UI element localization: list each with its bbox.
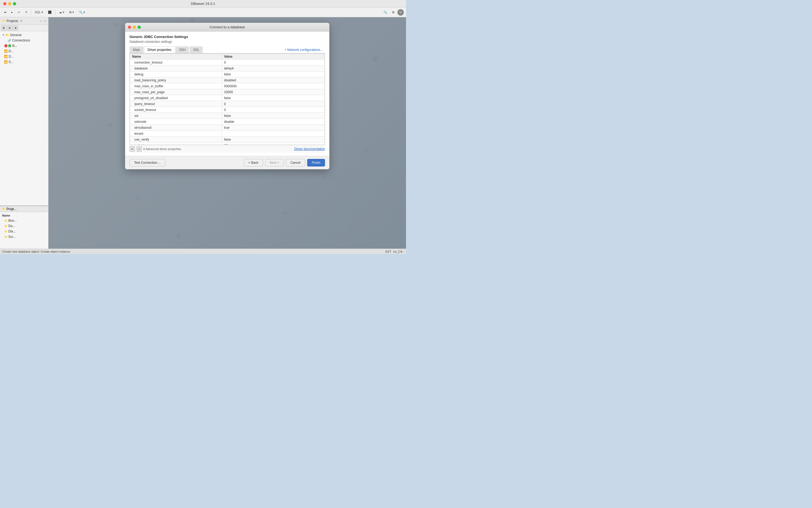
add-property-btn[interactable]: +: [130, 146, 135, 152]
prop-value-cell[interactable]: disabled: [222, 77, 325, 83]
table-row[interactable]: load_balancing_policydisabled: [130, 77, 325, 83]
dialog-close-btn[interactable]: [128, 26, 131, 29]
dialog-min-btn[interactable]: [133, 26, 136, 29]
table-row[interactable]: tenant: [130, 131, 325, 136]
toolbar-back[interactable]: ⬅: [2, 9, 8, 15]
maximize-button[interactable]: [13, 2, 16, 5]
table-row[interactable]: sslfalse: [130, 113, 325, 119]
prop-name-cell: tenant: [130, 131, 222, 136]
sidebar-close-icon[interactable]: ✕: [20, 19, 22, 23]
toolbar-grid[interactable]: ⊞ ▾: [67, 9, 76, 15]
table-row[interactable]: presigned_url_disabledfalse: [130, 95, 325, 101]
prop-value-cell[interactable]: 0: [222, 59, 325, 66]
close-button[interactable]: [3, 2, 6, 5]
driver-doc-link[interactable]: Driver documentation: [294, 147, 325, 151]
table-row[interactable]: sslmodedisable: [130, 119, 325, 125]
toolbar-stop[interactable]: ✕: [23, 9, 29, 15]
modal-overlay: Connect to a database Generic JDBC Conne…: [48, 17, 406, 249]
connections-icon: 🔗: [7, 39, 11, 42]
dialog-header: Connect to a database: [125, 23, 329, 32]
tab-main[interactable]: Main: [130, 46, 143, 53]
remove-property-btn[interactable]: −: [136, 146, 142, 152]
cancel-button[interactable]: Cancel: [286, 159, 305, 166]
statusbar: Create new database object: Create objec…: [0, 249, 406, 254]
toolbar-windows[interactable]: ⊞: [390, 9, 396, 15]
minimize-button[interactable]: [8, 2, 11, 5]
dialog-controls[interactable]: [128, 26, 141, 29]
table-row[interactable]: socket_timeout0: [130, 107, 325, 113]
bottom-item-boo[interactable]: 📁 Boo...: [0, 218, 48, 223]
prop-name-cell: database: [130, 66, 222, 71]
tab-ssl[interactable]: SSL: [189, 46, 203, 53]
prop-value-cell[interactable]: 10: [222, 142, 325, 145]
toolbar-new[interactable]: ⬛: [46, 9, 54, 15]
toolbar-undo[interactable]: ↩: [16, 9, 22, 15]
prop-value-cell[interactable]: true: [222, 125, 325, 131]
bottom-panel-tree: Name 📁 Boo... 📁 Da... 📁 Dia... 📁 Scr...: [0, 212, 48, 241]
test-connection-button[interactable]: Test Connection ...: [130, 159, 165, 166]
window-controls[interactable]: [3, 2, 16, 5]
prop-value-cell[interactable]: [222, 131, 325, 136]
prop-value-cell[interactable]: false: [222, 95, 325, 101]
table-row[interactable]: max_rows_per_page10000: [130, 89, 325, 95]
table-row[interactable]: databasedefault: [130, 66, 325, 71]
prop-value-cell[interactable]: 5000000: [222, 83, 325, 89]
sidebar-minimize-icon[interactable]: —: [40, 19, 42, 23]
statusbar-locale: en_CA :: [393, 250, 404, 253]
finish-button[interactable]: Finish: [307, 159, 325, 166]
bottom-item-da[interactable]: 📁 Da...: [0, 223, 48, 229]
advanced-info: ℹ Advanced driver properties: [143, 147, 181, 151]
table-row[interactable]: wait_time_secs10: [130, 142, 325, 145]
back-button[interactable]: < Back: [244, 159, 263, 166]
sidebar-settings-btn[interactable]: ⚙: [13, 25, 18, 31]
toolbar-forward[interactable]: ▸: [9, 9, 15, 15]
sidebar-new-btn[interactable]: ⊞: [1, 25, 6, 31]
prop-value-cell[interactable]: 0: [222, 101, 325, 107]
table-header-row: Name Value: [130, 54, 325, 59]
next-button[interactable]: Next >: [265, 159, 284, 166]
folder-icon-small: 📁: [4, 60, 7, 64]
dialog-body: Generic JDBC Connection Settings Databen…: [125, 32, 329, 156]
folder-icon-small: 📁: [4, 55, 7, 58]
tab-driver-properties[interactable]: Driver properties: [144, 46, 175, 53]
properties-table: Name Value connection_timeout0databasede…: [130, 54, 325, 145]
prop-value-cell[interactable]: 0: [222, 107, 325, 113]
dialog-footer: Test Connection ... < Back Next > Cancel…: [125, 156, 329, 169]
prop-name-cell: presigned_url_disabled: [130, 95, 222, 101]
sidebar-item-d1[interactable]: 📁 D...: [0, 48, 48, 54]
prop-name-cell: debug: [130, 71, 222, 77]
table-row[interactable]: query_timeout0: [130, 101, 325, 107]
toolbar-sql[interactable]: SQL ▾: [33, 9, 45, 15]
prop-value-cell[interactable]: default: [222, 66, 325, 71]
table-row[interactable]: use_verifyfalse: [130, 136, 325, 142]
bottom-item-scr[interactable]: 📁 Scr...: [0, 234, 48, 240]
toolbar-search[interactable]: 🔍 ▾: [77, 9, 87, 15]
table-row[interactable]: connection_timeout0: [130, 59, 325, 66]
status-dot-red: [4, 44, 7, 47]
network-config-link[interactable]: + Network configurations...: [282, 47, 325, 53]
sidebar-maximize-icon[interactable]: □: [44, 19, 46, 23]
toolbar-cloud[interactable]: ☁ ▾: [57, 9, 66, 15]
sidebar-item-b[interactable]: B...: [0, 43, 48, 48]
sidebar-item-s[interactable]: 📁 S...: [0, 59, 48, 65]
sidebar-collapse-btn[interactable]: ⊟: [7, 25, 12, 31]
sidebar-item-general[interactable]: ▼ 📁 General: [0, 32, 48, 38]
sidebar-title: Projects: [6, 19, 18, 23]
prop-value-cell[interactable]: false: [222, 136, 325, 142]
table-row[interactable]: strnullasnulltrue: [130, 125, 325, 131]
user-avatar[interactable]: U: [397, 9, 404, 15]
main-toolbar: ⬅ ▸ ↩ ✕ SQL ▾ ⬛ ☁ ▾ ⊞ ▾ 🔍 ▾ 🔍 ⊞ U: [0, 7, 406, 17]
toolbar-search-global[interactable]: 🔍: [381, 9, 389, 15]
folder-icon: 📁: [2, 207, 5, 210]
table-row[interactable]: max_rows_in_buffer5000000: [130, 83, 325, 89]
prop-value-cell[interactable]: disable: [222, 119, 325, 125]
dialog-max-btn[interactable]: [138, 26, 141, 29]
sidebar-item-d2[interactable]: 📁 D...: [0, 54, 48, 59]
tab-ssh[interactable]: SSH: [176, 46, 189, 53]
table-row[interactable]: debugfalse: [130, 71, 325, 77]
prop-value-cell[interactable]: false: [222, 71, 325, 77]
prop-value-cell[interactable]: false: [222, 113, 325, 119]
sidebar-item-connections[interactable]: 🔗 Connections: [0, 38, 48, 43]
bottom-item-dia[interactable]: 📁 Dia...: [0, 229, 48, 234]
prop-value-cell[interactable]: 10000: [222, 89, 325, 95]
